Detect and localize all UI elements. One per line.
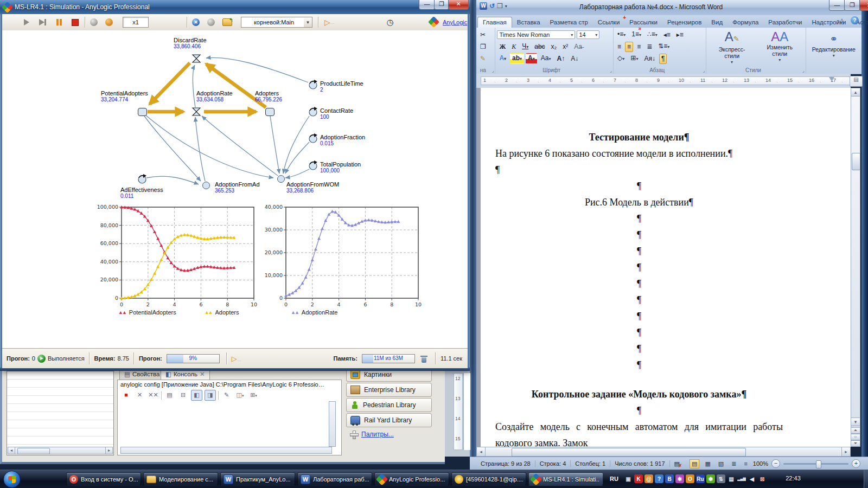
italic-button[interactable]: К [509, 42, 518, 52]
agent-icon[interactable]: @ [644, 474, 653, 483]
fullscreen-view-icon[interactable]: ▦ [703, 459, 712, 468]
tree-scroll-left-icon[interactable]: ◂ [8, 447, 15, 454]
terminate-icon[interactable]: ■ [120, 390, 132, 401]
tab-Рецензиров[interactable]: Рецензиров [662, 17, 706, 28]
stop-icon[interactable] [72, 17, 79, 28]
volume-icon[interactable]: ◀ [748, 474, 756, 483]
font-launcher-icon[interactable]: ⌟ [610, 68, 612, 73]
strikethrough-button[interactable]: abc [532, 42, 547, 52]
ide-empty-table-panel[interactable] [7, 371, 114, 455]
undo-icon[interactable]: ↺ [489, 2, 495, 10]
print-preview-icon[interactable]: ❐ [497, 2, 503, 10]
horizontal-ruler[interactable]: 1·2·3·4·5·6·7·8·9·10·11·12·13·14·15·16·1… [481, 76, 855, 85]
previous-page-icon[interactable]: ⏶ [851, 427, 860, 434]
scroll-down-icon[interactable]: ▾ [851, 418, 860, 426]
word-status-item[interactable]: Страница: 9 из 28 [476, 460, 535, 467]
parameter-AdoptionFraction[interactable] [308, 133, 318, 144]
browse-object-icon[interactable]: ○ [851, 434, 860, 440]
open-console-icon[interactable]: ⊞▾ [248, 390, 259, 401]
palettes-link[interactable]: Палитры... [349, 431, 394, 438]
icq-icon[interactable]: ✽ [706, 474, 715, 483]
word-maximize-button[interactable]: ❐ [844, 0, 860, 11]
parameter-AdEffectiveness[interactable] [137, 174, 148, 184]
opera-tray-icon[interactable]: O [686, 474, 694, 483]
stock-PotentialAdopters[interactable] [138, 108, 147, 116]
ru-app-icon[interactable]: Ru [696, 474, 705, 483]
word-app-icon[interactable]: W [480, 2, 487, 10]
print-layout-view-icon[interactable]: ▤ [690, 459, 699, 468]
pause-icon[interactable] [56, 17, 62, 28]
console-v-scrollbar[interactable] [329, 401, 336, 447]
stock-Adopters[interactable] [265, 108, 275, 116]
font-color-button[interactable]: А▾ [526, 53, 537, 64]
shrink-font-button[interactable]: А↓ [569, 54, 580, 64]
quick-styles-button[interactable]: А✎ Экспресс-стили▾ [708, 29, 755, 67]
sim-maximize-button[interactable]: ❐ [434, 0, 449, 10]
bold-button[interactable]: Ж [497, 42, 508, 52]
align-left-button[interactable]: ≡ [615, 42, 623, 52]
word-vertical-scrollbar[interactable] [851, 88, 860, 447]
network-error-icon[interactable]: ⊠ [758, 474, 767, 483]
change-styles-button[interactable]: АА Изменить стили▾ [756, 29, 804, 67]
underline-button[interactable]: Ч▾ [520, 41, 531, 52]
increase-indent-button[interactable]: ▸≡ [674, 30, 686, 40]
messenger-icon[interactable]: ? [655, 474, 663, 483]
variable-AdoptionFromAd[interactable] [202, 182, 210, 189]
run-icon[interactable] [24, 17, 29, 28]
palette-item-enterprise[interactable]: Enterprise Library [346, 383, 432, 397]
taskbar-button-1[interactable]: OВход в систему - О... [66, 472, 141, 486]
multilevel-list-button[interactable]: ∴≡▾ [645, 29, 660, 40]
ruler-toggle-button[interactable]: ▤ [850, 76, 863, 87]
valve-AdoptionRate[interactable] [191, 106, 202, 117]
word-status-item[interactable]: Число слов: 1 917 [610, 460, 669, 467]
ribbon-collapse-icon[interactable]: △ [840, 17, 844, 23]
v-scroll-thumb[interactable] [852, 153, 860, 170]
palette-item-railyard[interactable]: Rail Yard Library [346, 413, 432, 427]
realtime-mode-icon[interactable] [90, 17, 98, 28]
display-console-icon[interactable]: ◫▾ [234, 390, 246, 401]
experiment-run-icon[interactable]: ▷… [232, 355, 241, 363]
close-tab-icon[interactable]: ✕ [200, 370, 205, 378]
taskbar-button-7[interactable]: MS-LR4.1 : Simulati... [528, 472, 603, 486]
swirl-icon[interactable]: ✱ [675, 474, 684, 483]
scroll-lock-icon[interactable]: ⊟ [177, 390, 189, 401]
start-button[interactable] [3, 471, 21, 488]
draft-view-icon[interactable]: ≡ [742, 459, 749, 468]
show-stdout-icon[interactable]: ◧ [191, 390, 202, 401]
combo-dropdown-icon[interactable]: ▼ [304, 17, 312, 28]
palette-item-pedestrian[interactable]: Pedestrian Library [346, 398, 432, 412]
vertical-ruler[interactable]: 12131415 [454, 373, 463, 450]
b-app-icon[interactable]: B [665, 474, 674, 483]
show-desktop-button[interactable] [864, 470, 868, 488]
word-status-item[interactable]: Столбец: 1 [571, 460, 610, 467]
subscript-button[interactable]: x₂ [549, 42, 559, 52]
parameter-ProductLifeTime[interactable] [308, 79, 318, 90]
language-indicator[interactable]: RU [608, 473, 621, 485]
shading-button[interactable]: ◇▾ [615, 53, 627, 64]
taskbar-button-4[interactable]: WЛабораторная раб... [297, 472, 372, 486]
parameter-TotalPopulation[interactable] [308, 160, 318, 171]
garbage-collect-icon[interactable] [420, 355, 427, 363]
highlight-button[interactable]: ab▾ [510, 53, 524, 64]
navigate-error-icon[interactable]: ✕ [192, 17, 200, 28]
scroll-right-icon[interactable]: ▸ [841, 447, 851, 457]
app-window-icon[interactable]: ▣ [624, 474, 633, 483]
zoom-in-icon[interactable]: + [852, 459, 860, 468]
decrease-indent-button[interactable]: ◂≡ [661, 30, 673, 40]
virtual-time-icon[interactable] [105, 17, 113, 28]
next-page-icon[interactable]: ⏷ [851, 440, 860, 447]
sim-close-button[interactable]: ✕ [448, 0, 469, 10]
clipboard-icon[interactable]: ▤ [727, 474, 736, 483]
tab-Формула[interactable]: Формула [727, 17, 763, 28]
zoom-level[interactable]: 100% [753, 460, 768, 467]
tab-Вид[interactable]: Вид [706, 17, 727, 28]
h-scroll-thumb[interactable] [512, 448, 746, 457]
valve-DiscardRate[interactable] [191, 53, 202, 64]
sort-button[interactable]: Ая↓ [642, 54, 658, 64]
outline-view-icon[interactable]: ≣ [729, 459, 738, 468]
speed-input[interactable]: x1 [123, 17, 149, 28]
word-close-button[interactable]: ✕ [859, 0, 868, 11]
right-indent-marker[interactable] [829, 77, 834, 81]
borders-button[interactable]: ⊞▾ [628, 53, 640, 64]
spellcheck-icon[interactable]: ▤✗ [670, 460, 688, 467]
